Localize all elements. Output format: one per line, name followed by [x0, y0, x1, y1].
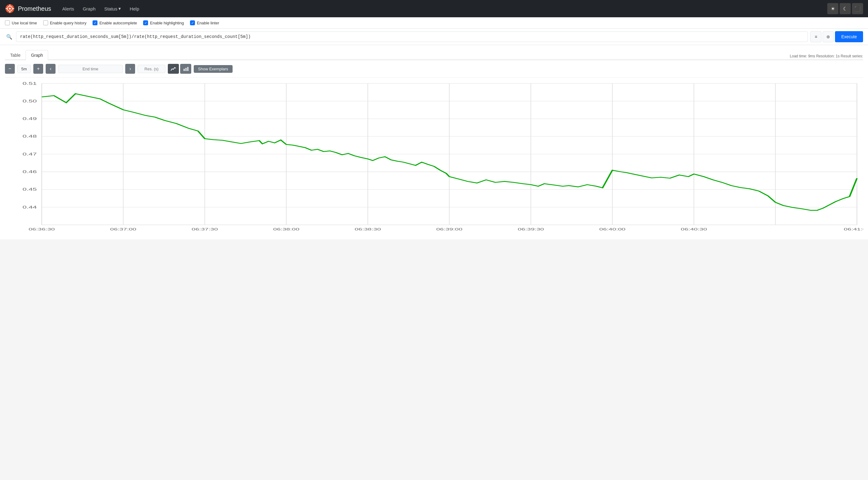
- query-format-btn[interactable]: ≡: [810, 31, 822, 42]
- local-time-checkbox[interactable]: [5, 20, 10, 25]
- svg-text:06:40:00: 06:40:00: [599, 227, 625, 231]
- svg-text:06:37:30: 06:37:30: [191, 227, 218, 231]
- tab-graph[interactable]: Graph: [26, 50, 48, 60]
- line-chart-icon: [170, 66, 177, 71]
- app-title: Prometheus: [18, 5, 51, 12]
- graph-type-buttons: [168, 64, 191, 74]
- theme-light-btn[interactable]: ☀: [827, 3, 838, 14]
- stacked-chart-icon: [183, 66, 189, 71]
- tab-meta: Load time: 9ms Resolution: 1s Result ser…: [790, 54, 863, 60]
- range-decrease-btn[interactable]: −: [5, 64, 15, 74]
- svg-text:06:39:30: 06:39:30: [518, 227, 544, 231]
- metrics-explorer-btn[interactable]: ⊕: [823, 31, 834, 42]
- svg-text:06:41:00: 06:41:00: [844, 227, 863, 231]
- end-time-input[interactable]: [58, 65, 123, 73]
- resolution-input[interactable]: [137, 65, 165, 73]
- svg-rect-8: [185, 68, 187, 71]
- query-history-toggle[interactable]: Enable query history: [43, 20, 87, 25]
- navbar-brand[interactable]: Prometheus: [5, 4, 51, 13]
- svg-rect-7: [184, 69, 185, 71]
- nav-status[interactable]: Status ▾: [100, 3, 125, 14]
- tabs-header: Table Graph: [5, 50, 790, 60]
- main-content: Table Graph Load time: 9ms Resolution: 1…: [0, 45, 868, 239]
- navbar-right: ☀ ☾ ⬛: [827, 3, 863, 14]
- svg-text:0.45: 0.45: [23, 187, 37, 191]
- search-bar: 🔍 ≡ ⊕ Execute: [0, 29, 868, 45]
- svg-rect-9: [187, 67, 188, 71]
- svg-text:0.50: 0.50: [23, 99, 37, 103]
- search-actions: ≡ ⊕ Execute: [810, 31, 863, 42]
- svg-text:06:36:30: 06:36:30: [29, 227, 55, 231]
- highlighting-toggle[interactable]: ✓ Enable highlighting: [143, 20, 184, 25]
- svg-text:0.47: 0.47: [23, 152, 37, 156]
- theme-dark-btn[interactable]: ☾: [840, 3, 851, 14]
- range-display: 5m: [17, 65, 31, 73]
- navbar: Prometheus Alerts Graph Status ▾ Help ☀ …: [0, 0, 868, 17]
- tab-table[interactable]: Table: [5, 50, 26, 60]
- svg-text:06:38:00: 06:38:00: [273, 227, 300, 231]
- svg-point-6: [9, 8, 11, 9]
- linter-checkbox[interactable]: ✓: [190, 20, 195, 25]
- highlighting-checkbox[interactable]: ✓: [143, 20, 148, 25]
- prev-time-btn[interactable]: ‹: [45, 64, 56, 74]
- svg-text:06:39:00: 06:39:00: [436, 227, 462, 231]
- theme-auto-btn[interactable]: ⬛: [852, 3, 863, 14]
- linter-toggle[interactable]: ✓ Enable linter: [190, 20, 219, 25]
- svg-text:0.51: 0.51: [23, 81, 37, 86]
- settings-toolbar: Use local time Enable query history ✓ En…: [0, 17, 868, 29]
- stacked-chart-btn[interactable]: [180, 64, 191, 74]
- prometheus-logo-icon: [5, 4, 15, 13]
- nav-alerts[interactable]: Alerts: [59, 4, 78, 14]
- svg-text:0.49: 0.49: [23, 117, 37, 121]
- chart-svg: 0.51 0.50 0.49 0.48 0.47 0.46 0.45 0.44 …: [5, 80, 863, 235]
- autocomplete-toggle[interactable]: ✓ Enable autocomplete: [93, 20, 137, 25]
- execute-button[interactable]: Execute: [835, 31, 863, 42]
- svg-text:0.48: 0.48: [23, 134, 37, 139]
- nav-help[interactable]: Help: [126, 4, 143, 14]
- navbar-nav: Alerts Graph Status ▾ Help: [59, 3, 827, 14]
- search-icon: 🔍: [5, 33, 13, 41]
- chart-area: 0.51 0.50 0.49 0.48 0.47 0.46 0.45 0.44 …: [5, 80, 863, 235]
- svg-text:0.46: 0.46: [23, 170, 37, 174]
- local-time-toggle[interactable]: Use local time: [5, 20, 37, 25]
- svg-text:06:37:00: 06:37:00: [110, 227, 136, 231]
- svg-text:06:40:30: 06:40:30: [681, 227, 707, 231]
- next-time-btn[interactable]: ›: [125, 64, 135, 74]
- chevron-down-icon: ▾: [119, 6, 121, 11]
- graph-controls: − 5m + ‹ › Show Exemplars: [5, 60, 863, 78]
- query-input[interactable]: [16, 31, 808, 42]
- nav-graph[interactable]: Graph: [79, 4, 99, 14]
- autocomplete-checkbox[interactable]: ✓: [93, 20, 97, 25]
- query-history-checkbox[interactable]: [43, 20, 48, 25]
- range-increase-btn[interactable]: +: [33, 64, 43, 74]
- svg-text:06:38:30: 06:38:30: [355, 227, 381, 231]
- show-exemplars-button[interactable]: Show Exemplars: [194, 65, 232, 73]
- svg-text:0.44: 0.44: [23, 205, 37, 209]
- line-chart-btn[interactable]: [168, 64, 179, 74]
